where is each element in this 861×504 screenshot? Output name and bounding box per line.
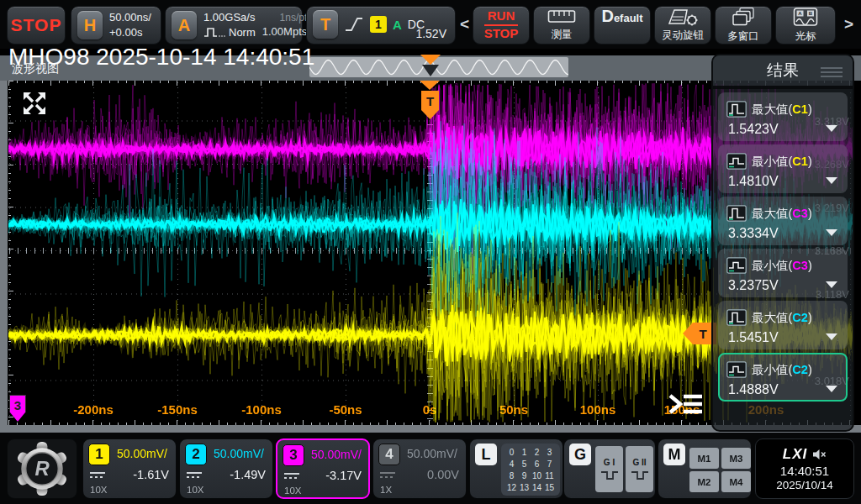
- measurement-value: 1.4888V: [728, 382, 779, 397]
- measurement-channel: C1: [792, 102, 808, 116]
- expand-fullscreen-icon[interactable]: [22, 91, 47, 116]
- trigger-level-value: 1.52V: [415, 27, 446, 40]
- measurement-label: 最小值(C3): [752, 258, 812, 274]
- channel-3-block[interactable]: 350.00mV/-3.17V10X: [276, 438, 370, 499]
- results-card-list: 最大值(C1)1.5423V 最小值(C1)1.4810V 最大值(C3)3.3…: [713, 89, 853, 405]
- results-title: 结果: [767, 60, 799, 81]
- results-header: 结果: [713, 55, 853, 86]
- result-card-4[interactable]: 最大值(C2)1.5451V: [718, 301, 848, 349]
- lxi-logo: LXI: [783, 446, 807, 463]
- system-status-block[interactable]: LXI 14:40:51 2025/10/14: [755, 438, 854, 499]
- multi-window-label: 多窗口: [727, 29, 759, 44]
- channel-2-block[interactable]: 250.00mV/-1.49V10X: [179, 438, 273, 499]
- trigger-ab-label: A: [393, 18, 402, 32]
- result-card-2[interactable]: 最大值(C3)3.3334V: [718, 197, 848, 245]
- generator-output-2[interactable]: G II: [626, 446, 653, 492]
- multi-window-button[interactable]: 多窗口: [715, 6, 772, 45]
- dc-coupling-icon: [90, 472, 105, 480]
- math-m2-button[interactable]: M2: [689, 471, 719, 492]
- math-button[interactable]: M M1M3M2M4: [658, 438, 752, 499]
- cursor-button[interactable]: A B 光标: [775, 6, 836, 45]
- stop-status-label: STOP: [11, 15, 62, 35]
- results-menu-expand-icon[interactable]: [665, 391, 704, 417]
- measurement-value: 3.3334V: [728, 226, 779, 241]
- flex-knob-button[interactable]: 灵动旋钮: [654, 6, 711, 45]
- channel-scale: 50.00mV/: [117, 447, 167, 460]
- svg-text:R: R: [34, 457, 50, 480]
- default-label-rest: efault: [614, 12, 643, 24]
- measurement-icon: [726, 205, 747, 225]
- channel-offset: -3.17V: [325, 469, 362, 482]
- measurement-value: 1.5423V: [728, 122, 779, 137]
- result-card-0[interactable]: 最大值(C1)1.5423V: [718, 92, 848, 141]
- measurement-value: 1.5451V: [728, 330, 779, 345]
- trigger-settings-button[interactable]: T 1 A DC 1.52V: [306, 6, 456, 45]
- chevron-down-icon[interactable]: [826, 386, 837, 392]
- square-wave-icon: [600, 470, 620, 481]
- generator-output-label: G I: [604, 458, 615, 467]
- acquisition-mode: Norm: [229, 26, 256, 39]
- chevron-down-icon[interactable]: [826, 229, 837, 236]
- generator-button[interactable]: G G IG II: [563, 438, 656, 499]
- trigger-badge: T: [313, 10, 338, 39]
- logic-badge: L: [475, 444, 497, 465]
- math-m1-button[interactable]: M1: [689, 448, 719, 469]
- logic-channel-grid: 0123456789101112131415: [501, 444, 560, 496]
- toolbar-scroll-left-icon[interactable]: <: [460, 15, 469, 34]
- system-date: 2025/10/14: [776, 479, 833, 491]
- measurement-icon: [726, 257, 747, 277]
- logic-channel-10: 10: [532, 471, 541, 480]
- rigol-logo-button[interactable]: R: [7, 438, 77, 499]
- cursor-label: 光标: [795, 29, 816, 44]
- channel-1-block[interactable]: 150.00mV/-1.61V10X: [82, 438, 177, 499]
- chevron-down-icon[interactable]: [826, 177, 837, 184]
- measurement-channel: C2: [792, 311, 808, 324]
- math-m3-button[interactable]: M3: [721, 448, 751, 469]
- measurement-value: 1.4810V: [728, 174, 779, 189]
- results-panel: 结果 最大值(C1)1.5423V 最小值(C1)1.4810V 最大值(C3)…: [711, 54, 854, 432]
- measurement-label: 最大值(C2): [752, 310, 812, 326]
- measure-button[interactable]: 测量: [533, 6, 590, 45]
- acquisition-badge: A: [172, 11, 197, 39]
- channel-offset: -1.49V: [230, 468, 266, 481]
- run-stop-button[interactable]: RUN STOP: [473, 6, 530, 45]
- svg-text:B: B: [809, 11, 813, 16]
- cursor-ab-icon: A B: [793, 7, 818, 27]
- stop-label: STOP: [484, 26, 519, 42]
- probe-ratio: 10X: [90, 485, 107, 495]
- bottom-status-bar: R L 0123456789101112131415 G G IG II M M…: [0, 433, 861, 504]
- result-card-5[interactable]: 最小值(C2)1.4888V: [718, 353, 848, 402]
- measurement-label: 最小值(C1): [752, 154, 812, 170]
- probe-ratio: 10X: [284, 486, 301, 496]
- acquisition-settings-button[interactable]: A 1.00GSa/s Norm 1ns/pt 1.00Mpts: [165, 6, 303, 45]
- default-button[interactable]: D efault: [594, 6, 651, 45]
- chevron-down-icon[interactable]: [826, 333, 837, 340]
- generator-outputs: G IG II: [595, 446, 653, 492]
- horizontal-settings-button[interactable]: H 50.00ns/ +0.00s: [71, 6, 161, 45]
- memory-depth: 1.00Mpts: [262, 25, 307, 39]
- channel-scale: 50.00mV/: [214, 447, 264, 460]
- math-m4-button[interactable]: M4: [721, 471, 751, 492]
- run-label: RUN: [484, 8, 519, 26]
- horizontal-badge: H: [77, 11, 103, 39]
- logic-channel-11: 11: [545, 471, 553, 480]
- chevron-down-icon[interactable]: [826, 281, 837, 288]
- channel-scale: 50.00mV/: [407, 447, 457, 460]
- sound-muted-icon: [812, 449, 827, 460]
- channel-4-block[interactable]: 450.00mV/0.00V1X: [372, 438, 467, 499]
- results-menu-icon[interactable]: [821, 65, 843, 80]
- timebase-overview-bar[interactable]: [309, 57, 568, 77]
- result-card-3[interactable]: 最小值(C3)3.2375V: [718, 249, 848, 297]
- channel-1-badge: 1: [88, 444, 110, 465]
- chevron-down-icon[interactable]: [826, 125, 837, 132]
- generator-output-label: G II: [632, 458, 646, 467]
- toolbar-scroll-right-icon[interactable]: >: [844, 15, 853, 34]
- result-card-1[interactable]: 最小值(C1)1.4810V: [718, 144, 848, 193]
- channel-offset: -1.61V: [133, 468, 169, 481]
- svg-text:A: A: [798, 11, 802, 16]
- measurement-label: 最小值(C2): [752, 362, 812, 378]
- stop-status-button[interactable]: STOP: [7, 6, 66, 45]
- logic-channels-button[interactable]: L 0123456789101112131415: [469, 438, 563, 499]
- sample-rate: 1.00GSa/s: [203, 11, 256, 24]
- generator-output-1[interactable]: G I: [595, 446, 623, 492]
